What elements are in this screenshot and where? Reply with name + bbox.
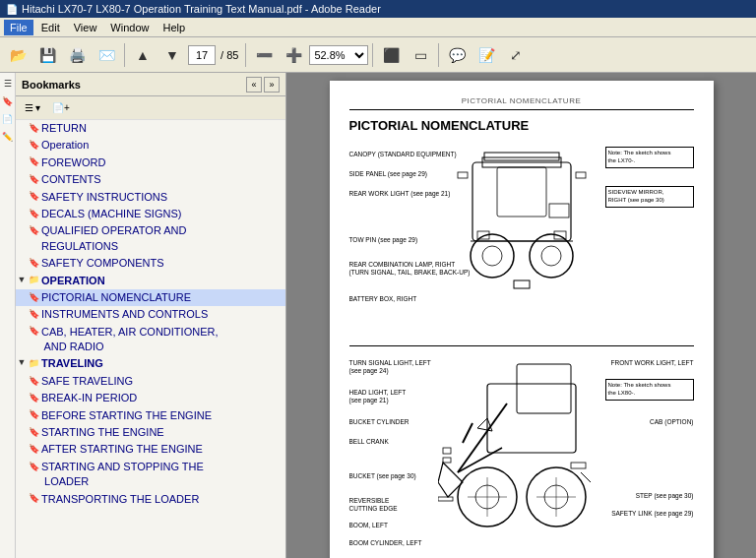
main-area: ☰ 🔖 📄 ✏️ Bookmarks « » ☰▾ 📄+ 🔖 RETURN <box>0 73 756 558</box>
zoom-select[interactable]: 52.8% 75% 100% 125% 150% <box>309 45 368 65</box>
loader-top-svg <box>443 143 600 330</box>
bookmark-icon-starting: 🔖 <box>28 425 39 439</box>
sidebar-toolbar: ☰▾ 📄+ <box>16 96 285 120</box>
bookmark-icon-safety-components: 🔖 <box>28 256 39 270</box>
bookmark-before-starting[interactable]: 🔖 BEFORE STARTING THE ENGINE <box>16 407 285 424</box>
bookmark-icon-cab-heater: 🔖 <box>28 325 39 339</box>
fullscreen-button[interactable]: ⤢ <box>502 41 530 69</box>
save-button[interactable]: 💾 <box>33 41 61 69</box>
bookmark-after-starting[interactable]: 🔖 AFTER STARTING THE ENGINE <box>16 441 285 458</box>
label-battery: BATTERY BOX, RIGHT <box>349 295 417 303</box>
new-bookmark-button[interactable]: 📄+ <box>47 99 75 117</box>
zoom-out-button[interactable]: ➖ <box>250 41 278 69</box>
zoom-in-button[interactable]: ➕ <box>280 41 307 69</box>
label-head-light: HEAD LIGHT, LEFT(see page 21) <box>349 389 407 404</box>
pdf-page: PICTORIAL NOMENCLATURE PICTORIAL NOMENCL… <box>330 81 714 558</box>
loader-bottom-svg <box>438 354 596 558</box>
note-lx70: Note: The sketch showsthe LX70-. <box>605 147 694 168</box>
signatures-panel-icon[interactable]: ✏️ <box>1 130 15 144</box>
page-input[interactable]: 17 <box>188 45 216 65</box>
bookmark-contents[interactable]: 🔖 CONTENTS <box>16 171 285 188</box>
bookmark-starting-stopping[interactable]: 🔖 STARTING AND STOPPING THE LOADER <box>16 459 285 491</box>
label-bell-crank: BELL CRANK <box>349 438 389 446</box>
expand-traveling: ▼ <box>16 356 28 369</box>
pdf-viewer[interactable]: PICTORIAL NOMENCLATURE PICTORIAL NOMENCL… <box>286 73 756 558</box>
bookmarks-list[interactable]: 🔖 RETURN 🔖 Operation 🔖 FOREWORD 🔖 CONTEN… <box>16 120 285 558</box>
svg-rect-30 <box>443 458 451 463</box>
label-sideview-mirror: SIDEVIEW MIRROR,RIGHT (see page 30) <box>605 186 694 208</box>
title-bar: 📄 Hitachi LX70-7 LX80-7 Operation Traini… <box>0 0 756 18</box>
app-icon: 📄 <box>6 4 18 15</box>
fit-width-button[interactable]: ▭ <box>407 41 434 69</box>
label-bucket: BUCKET (see page 30) <box>349 472 416 480</box>
svg-line-19 <box>463 423 472 443</box>
label-step: STEP (see page 30) <box>605 492 694 500</box>
bookmark-foreword[interactable]: 🔖 FOREWORD <box>16 155 285 171</box>
bookmark-icon-safety-instructions: 🔖 <box>28 190 39 204</box>
sidebar-controls: « » <box>246 77 280 93</box>
bookmark-operation-sub[interactable]: 🔖 Operation <box>16 137 285 154</box>
bookmark-icon-operation: 📁 <box>28 274 39 287</box>
sidebar-header: Bookmarks « » <box>16 73 285 96</box>
next-page-button[interactable]: ▼ <box>158 41 186 69</box>
svg-rect-12 <box>576 172 586 178</box>
title-text: Hitachi LX70-7 LX80-7 Operation Training… <box>22 3 381 15</box>
pdf-section-label: PICTORIAL NOMENCLATURE <box>349 96 694 105</box>
bookmark-icon-starting-stopping: 🔖 <box>28 460 39 473</box>
bookmark-break-in[interactable]: 🔖 BREAK-IN PERIOD <box>16 390 285 406</box>
print-button[interactable]: 🖨️ <box>63 41 91 69</box>
sidebar-title: Bookmarks <box>22 79 81 91</box>
bookmark-icon-safe-traveling: 🔖 <box>28 374 39 388</box>
bookmark-safety-instructions[interactable]: 🔖 SAFETY INSTRUCTIONS <box>16 189 285 206</box>
pdf-top-divider <box>349 109 694 110</box>
expand-panel-button[interactable]: » <box>264 77 280 93</box>
pages-panel-icon[interactable]: 📄 <box>1 112 15 126</box>
bookmark-icon-qualified: 🔖 <box>28 223 39 237</box>
prev-page-button[interactable]: ▲ <box>129 41 157 69</box>
bookmark-icon-instruments: 🔖 <box>28 307 39 321</box>
label-rear-work-light: REAR WORK LIGHT (see page 21) <box>349 190 451 198</box>
hand-tool-icon[interactable]: ☰ <box>1 77 15 91</box>
bookmark-traveling[interactable]: ▼ 📁 TRAVELING <box>16 355 285 372</box>
label-tow-pin: TOW PIN (see page 29) <box>349 236 418 244</box>
svg-point-5 <box>482 246 502 266</box>
menu-view[interactable]: View <box>68 20 103 35</box>
svg-point-6 <box>541 246 561 266</box>
bookmark-qualified[interactable]: 🔖 QUALIFIED OPERATOR ANDREGULATIONS <box>16 222 285 255</box>
open-button[interactable]: 📂 <box>4 41 32 69</box>
bookmark-icon-contents: 🔖 <box>28 172 39 186</box>
separator-3 <box>372 43 373 67</box>
diagram-top: CANOPY (STANDARD EQUIPMENT) SIDE PANEL (… <box>349 143 694 340</box>
svg-rect-15 <box>487 384 576 453</box>
bookmarks-panel-icon[interactable]: 🔖 <box>1 94 15 108</box>
label-front-work-light: FRONT WORK LIGHT, LEFT <box>605 359 694 367</box>
bookmark-return[interactable]: 🔖 RETURN <box>16 120 285 137</box>
markup-button[interactable]: 📝 <box>472 41 500 69</box>
bookmark-transporting[interactable]: 🔖 TRANSPORTING THE LOADER <box>16 491 285 508</box>
left-panel: ☰ 🔖 📄 ✏️ <box>0 73 16 558</box>
bookmark-operation[interactable]: ▼ 📁 OPERATION <box>16 273 285 289</box>
bookmark-icon-after-starting: 🔖 <box>28 442 39 456</box>
label-boom-cylinder: BOOM CYLINDER, LEFT <box>349 539 422 547</box>
menu-window[interactable]: Window <box>104 20 155 35</box>
bookmark-safe-traveling[interactable]: 🔖 SAFE TRAVELING <box>16 373 285 390</box>
pdf-mid-divider <box>349 345 694 346</box>
collapse-panel-button[interactable]: « <box>246 77 262 93</box>
email-button[interactable]: ✉️ <box>93 41 120 69</box>
bookmarks-menu-button[interactable]: ☰▾ <box>20 99 45 117</box>
svg-rect-16 <box>517 364 571 413</box>
bookmark-safety-components[interactable]: 🔖 SAFETY COMPONENTS <box>16 255 285 272</box>
menu-edit[interactable]: Edit <box>35 20 66 35</box>
menu-help[interactable]: Help <box>157 20 191 35</box>
menu-file[interactable]: File <box>4 20 33 35</box>
bookmark-decals[interactable]: 🔖 DECALS (MACHINE SIGNS) <box>16 206 285 222</box>
bookmark-cab-heater[interactable]: 🔖 CAB, HEATER, AIR CONDITIONER, AND RADI… <box>16 324 285 356</box>
bookmark-icon-transporting: 🔖 <box>28 492 39 506</box>
comment-button[interactable]: 💬 <box>443 41 471 69</box>
separator-2 <box>245 43 246 67</box>
bookmark-starting[interactable]: 🔖 STARTING THE ENGINE <box>16 424 285 441</box>
bookmark-instruments[interactable]: 🔖 INSTRUMENTS AND CONTROLS <box>16 306 285 323</box>
bookmark-pictorial[interactable]: 🔖 PICTORIAL NOMENCLATURE <box>16 289 285 306</box>
fit-page-button[interactable]: ⬛ <box>377 41 405 69</box>
svg-rect-32 <box>438 497 453 501</box>
